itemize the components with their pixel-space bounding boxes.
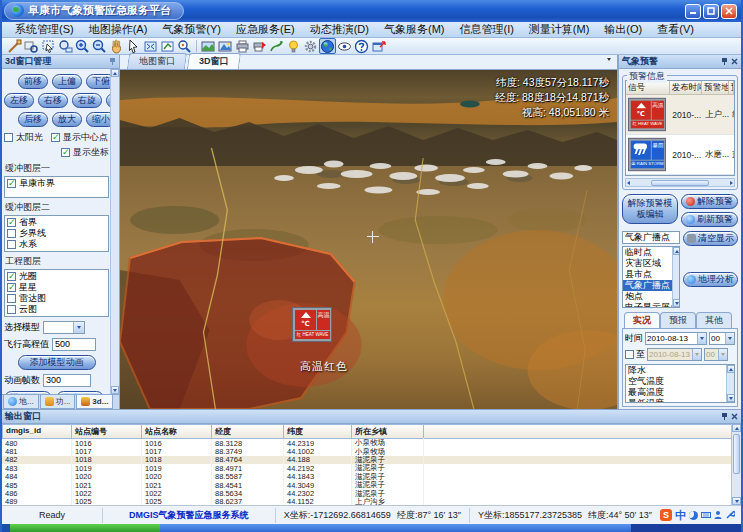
- move-back-button[interactable]: 后移: [18, 112, 48, 127]
- col-station-no[interactable]: 站点编号: [72, 424, 142, 439]
- scene-image-icon[interactable]: [217, 38, 234, 54]
- moon-mode-icon[interactable]: [689, 511, 698, 520]
- keyboard-icon[interactable]: [701, 510, 711, 520]
- list-item[interactable]: 县市点: [623, 269, 672, 280]
- list-item[interactable]: 灾害区域: [623, 258, 672, 269]
- menu-weather-warning[interactable]: 气象预警(Y): [155, 22, 228, 37]
- taskbar-sliver[interactable]: [2, 524, 741, 532]
- station-table[interactable]: dmgis_id 站点编号 站点名称 经度 纬度 所在乡镇 4801016101…: [2, 424, 741, 505]
- output-vscrollbar[interactable]: [731, 424, 741, 505]
- to-date-checkbox[interactable]: [625, 350, 634, 359]
- tab-list-dropdown-icon[interactable]: [607, 58, 611, 61]
- broadcast-point-input[interactable]: 气象广播点: [622, 231, 680, 244]
- menu-measure[interactable]: 测量计算(M): [522, 22, 597, 37]
- show-coords-checkbox[interactable]: [61, 148, 70, 157]
- geo-analysis-button[interactable]: 地理分析: [683, 272, 738, 287]
- buffer-layer1-list[interactable]: 阜康市界: [4, 176, 109, 198]
- refresh-view-icon[interactable]: [159, 38, 176, 54]
- list-item[interactable]: 空气温度: [626, 376, 726, 387]
- rotate-right-button[interactable]: 右旋: [72, 93, 102, 108]
- pan-hand-icon[interactable]: [108, 38, 125, 54]
- menu-system[interactable]: 系统管理(S): [8, 22, 81, 37]
- zoom-window-icon[interactable]: [23, 38, 40, 54]
- menu-emergency[interactable]: 应急服务(E): [229, 22, 302, 37]
- list-item-selected[interactable]: 气象广播点: [623, 280, 672, 291]
- globe-3d-icon[interactable]: [319, 38, 336, 54]
- menu-map-ops[interactable]: 地图操作(A): [82, 22, 155, 37]
- point-type-list[interactable]: 临时点 灾害区域 县市点 气象广播点 炮点 电子显示屏点: [622, 246, 680, 308]
- scroll-thumb[interactable]: [733, 434, 740, 474]
- tilt-up-button[interactable]: 上偏: [52, 74, 82, 89]
- scroll-down-icon[interactable]: [732, 497, 741, 505]
- hour-combo[interactable]: 00: [709, 332, 735, 345]
- heat-warning-map-icon[interactable]: ℃ 高温 红 HEAT WAVE: [292, 307, 332, 342]
- model-select-combo[interactable]: [43, 321, 85, 334]
- add-model-animation-button[interactable]: 添加模型动画: [18, 355, 96, 370]
- map-image-icon[interactable]: [200, 38, 217, 54]
- pin-icon[interactable]: [109, 57, 116, 66]
- full-extent-icon[interactable]: [142, 38, 159, 54]
- col-station-name[interactable]: 站点名称: [142, 424, 212, 439]
- pointer-icon[interactable]: [125, 38, 142, 54]
- layer-checkbox[interactable]: [7, 229, 16, 238]
- move-left-button[interactable]: 左移: [4, 93, 34, 108]
- menu-view[interactable]: 查看(V): [650, 22, 701, 37]
- menu-info[interactable]: 信息管理(I): [452, 22, 520, 37]
- chevron-down-icon[interactable]: [725, 333, 734, 344]
- remove-warning-button[interactable]: 解除预警: [681, 194, 738, 209]
- project-layer-list[interactable]: 光圈 星星 雷达图 云图: [4, 269, 109, 317]
- title-bar[interactable]: 阜康市气象预警应急服务平台: [2, 0, 741, 22]
- zoom-out-icon[interactable]: [91, 38, 108, 54]
- layer-checkbox[interactable]: [7, 218, 16, 227]
- table-row[interactable]: 4891025102588.623744.1152上户沟乡: [2, 498, 741, 505]
- pin-icon[interactable]: [721, 412, 728, 421]
- clear-display-button[interactable]: 清空显示: [683, 231, 738, 246]
- layer-checkbox[interactable]: [7, 240, 16, 249]
- list-item[interactable]: 降水: [626, 365, 726, 376]
- warning-row-rain[interactable]: 暴雨 蓝 RAIN STORM 2010-... 水磨... 蓝: [626, 135, 734, 175]
- print-icon[interactable]: [234, 38, 251, 54]
- col-township[interactable]: 所在乡镇: [352, 424, 424, 439]
- list-item[interactable]: 炮点: [623, 291, 672, 302]
- list-item[interactable]: 最低温度: [626, 398, 726, 403]
- weather-element-list[interactable]: 降水 空气温度 最高温度 最低温度 地表温度: [625, 364, 735, 403]
- list-item[interactable]: 临时点: [623, 247, 672, 258]
- zoom-selection-icon[interactable]: [57, 38, 74, 54]
- layer-checkbox[interactable]: [7, 272, 16, 281]
- tab-map-window[interactable]: 地图窗口: [127, 53, 187, 69]
- col-latitude[interactable]: 纬度: [284, 424, 352, 439]
- flight-height-input[interactable]: 500: [52, 338, 96, 351]
- col-dmgis-id[interactable]: dmgis_id: [2, 424, 72, 439]
- layer-checkbox[interactable]: [7, 179, 16, 188]
- model-animation-button[interactable]: 模型动画: [4, 391, 52, 394]
- measure-icon[interactable]: [6, 38, 23, 54]
- list-item[interactable]: 电子显示屏点: [623, 302, 672, 308]
- dock-tab-map[interactable]: 地...: [3, 395, 39, 409]
- terrain-3d-viewport[interactable]: 纬度: 43度57分18.117秒 经度: 88度18分14.871秒 视高: …: [120, 70, 617, 409]
- menu-weather-service[interactable]: 气象服务(M): [377, 22, 452, 37]
- dock-tab-3d-manage[interactable]: 3d...: [76, 395, 113, 409]
- settings-gear-icon[interactable]: [302, 38, 319, 54]
- menu-dynamic[interactable]: 动态推演(D): [303, 22, 376, 37]
- remove-warning-template-button[interactable]: 解除预警模板编辑: [622, 194, 678, 224]
- zoom-in-icon[interactable]: [74, 38, 91, 54]
- close-button[interactable]: [721, 4, 737, 19]
- close-panel-icon[interactable]: [731, 413, 738, 420]
- dock-tab-function[interactable]: 功...: [40, 395, 76, 409]
- identify-icon[interactable]: [176, 38, 193, 54]
- layer-checkbox[interactable]: [7, 283, 16, 292]
- chevron-down-icon[interactable]: [697, 333, 706, 344]
- point-list-vscrollbar[interactable]: [672, 247, 679, 307]
- layer-checkbox[interactable]: [7, 294, 16, 303]
- flight-path-icon[interactable]: [268, 38, 285, 54]
- sogou-ime-icon[interactable]: S: [660, 509, 672, 521]
- move-forward-button[interactable]: 前移: [18, 74, 48, 89]
- warning-row-heat[interactable]: ℃ 高温 红 HEAT WAVE 2010-... 上户... 红: [626, 95, 734, 135]
- warning-table-hscrollbar[interactable]: [625, 178, 735, 187]
- refresh-warning-button[interactable]: 刷新预警: [681, 212, 738, 227]
- export-window-icon[interactable]: [370, 38, 387, 54]
- zoom-in-button[interactable]: 放大: [52, 112, 82, 127]
- minimize-button[interactable]: [685, 4, 701, 19]
- scroll-up-icon[interactable]: [111, 69, 119, 77]
- light-icon[interactable]: [285, 38, 302, 54]
